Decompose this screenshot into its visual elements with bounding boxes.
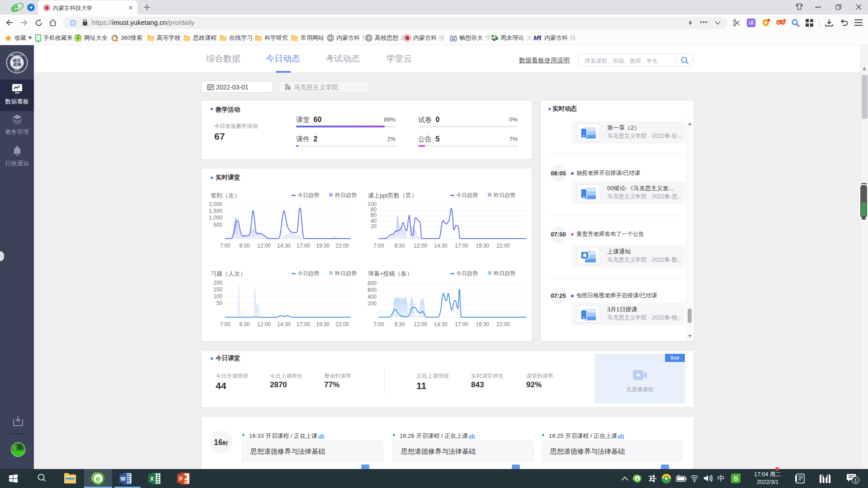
svg-text:W: W [120,476,126,482]
svg-text:P: P [179,476,183,482]
svg-text:内蒙古科技大学: 内蒙古科技大学 [10,54,24,56]
svg-text:IMUST: IMUST [14,70,20,72]
svg-text:S: S [733,474,738,482]
svg-text:M: M [533,35,539,41]
svg-text:e: e [636,476,639,482]
svg-text:成钢: 成钢 [13,62,21,67]
svg-text:X: X [150,476,154,482]
svg-text:e: e [96,474,100,483]
svg-text:l: l [539,35,542,41]
